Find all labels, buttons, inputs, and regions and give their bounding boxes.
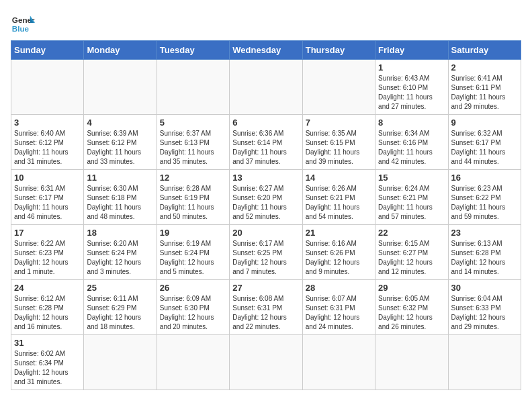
week-row-5: 31Sunrise: 6:02 AM Sunset: 6:34 PM Dayli…: [11, 335, 521, 390]
day-cell: 27Sunrise: 6:08 AM Sunset: 6:31 PM Dayli…: [230, 280, 302, 335]
day-info: Sunrise: 6:43 AM Sunset: 6:10 PM Dayligh…: [378, 74, 445, 111]
day-cell: 24Sunrise: 6:12 AM Sunset: 6:28 PM Dayli…: [11, 280, 84, 335]
day-number: 9: [451, 118, 518, 128]
day-number: 16: [451, 173, 518, 183]
day-cell: 15Sunrise: 6:24 AM Sunset: 6:21 PM Dayli…: [375, 170, 448, 225]
day-cell: 30Sunrise: 6:04 AM Sunset: 6:33 PM Dayli…: [448, 280, 521, 335]
day-cell: [448, 335, 521, 390]
day-info: Sunrise: 6:30 AM Sunset: 6:18 PM Dayligh…: [87, 184, 153, 222]
day-number: 4: [87, 118, 153, 128]
weekday-header-row: SundayMondayTuesdayWednesdayThursdayFrid…: [11, 41, 521, 60]
day-cell: 6Sunrise: 6:36 AM Sunset: 6:14 PM Daylig…: [230, 115, 302, 170]
day-cell: 9Sunrise: 6:32 AM Sunset: 6:17 PM Daylig…: [448, 115, 521, 170]
day-number: 29: [378, 283, 445, 293]
day-cell: 18Sunrise: 6:20 AM Sunset: 6:24 PM Dayli…: [84, 225, 157, 280]
day-info: Sunrise: 6:41 AM Sunset: 6:11 PM Dayligh…: [451, 74, 518, 111]
day-info: Sunrise: 6:23 AM Sunset: 6:22 PM Dayligh…: [451, 184, 518, 222]
weekday-header-friday: Friday: [375, 41, 448, 60]
day-number: 6: [232, 118, 299, 128]
day-number: 28: [306, 283, 372, 293]
day-cell: [157, 60, 229, 115]
day-number: 19: [160, 228, 226, 238]
day-info: Sunrise: 6:20 AM Sunset: 6:24 PM Dayligh…: [87, 239, 153, 277]
day-info: Sunrise: 6:09 AM Sunset: 6:30 PM Dayligh…: [160, 294, 226, 332]
weekday-header-tuesday: Tuesday: [157, 41, 229, 60]
week-row-3: 17Sunrise: 6:22 AM Sunset: 6:23 PM Dayli…: [11, 225, 521, 280]
day-cell: 13Sunrise: 6:27 AM Sunset: 6:20 PM Dayli…: [230, 170, 302, 225]
week-row-2: 10Sunrise: 6:31 AM Sunset: 6:17 PM Dayli…: [11, 170, 521, 225]
day-cell: 8Sunrise: 6:34 AM Sunset: 6:16 PM Daylig…: [375, 115, 448, 170]
day-number: 24: [14, 283, 81, 293]
day-info: Sunrise: 6:16 AM Sunset: 6:26 PM Dayligh…: [306, 239, 372, 277]
day-number: 5: [160, 118, 226, 128]
day-cell: [11, 60, 84, 115]
day-info: Sunrise: 6:15 AM Sunset: 6:27 PM Dayligh…: [378, 239, 445, 277]
day-number: 17: [14, 228, 81, 238]
day-cell: 7Sunrise: 6:35 AM Sunset: 6:15 PM Daylig…: [302, 115, 375, 170]
day-cell: 19Sunrise: 6:19 AM Sunset: 6:24 PM Dayli…: [157, 225, 229, 280]
day-info: Sunrise: 6:40 AM Sunset: 6:12 PM Dayligh…: [14, 129, 81, 167]
day-cell: 22Sunrise: 6:15 AM Sunset: 6:27 PM Dayli…: [375, 225, 448, 280]
day-info: Sunrise: 6:04 AM Sunset: 6:33 PM Dayligh…: [451, 294, 518, 332]
day-number: 7: [306, 118, 372, 128]
day-info: Sunrise: 6:22 AM Sunset: 6:23 PM Dayligh…: [14, 239, 81, 277]
day-number: 20: [232, 228, 299, 238]
day-cell: [230, 335, 302, 390]
day-number: 18: [87, 228, 153, 238]
day-cell: 26Sunrise: 6:09 AM Sunset: 6:30 PM Dayli…: [157, 280, 229, 335]
day-number: 21: [306, 228, 372, 238]
day-number: 2: [451, 62, 518, 73]
day-info: Sunrise: 6:27 AM Sunset: 6:20 PM Dayligh…: [232, 184, 299, 222]
day-cell: 2Sunrise: 6:41 AM Sunset: 6:11 PM Daylig…: [448, 60, 521, 115]
day-info: Sunrise: 6:05 AM Sunset: 6:32 PM Dayligh…: [378, 294, 445, 332]
day-info: Sunrise: 6:31 AM Sunset: 6:17 PM Dayligh…: [14, 184, 81, 222]
day-cell: 28Sunrise: 6:07 AM Sunset: 6:31 PM Dayli…: [302, 280, 375, 335]
week-row-1: 3Sunrise: 6:40 AM Sunset: 6:12 PM Daylig…: [11, 115, 521, 170]
day-info: Sunrise: 6:24 AM Sunset: 6:21 PM Dayligh…: [378, 184, 445, 222]
week-row-4: 24Sunrise: 6:12 AM Sunset: 6:28 PM Dayli…: [11, 280, 521, 335]
weekday-header-monday: Monday: [84, 41, 157, 60]
day-cell: 11Sunrise: 6:30 AM Sunset: 6:18 PM Dayli…: [84, 170, 157, 225]
day-number: 26: [160, 283, 226, 293]
svg-text:Blue: Blue: [12, 24, 30, 33]
weekday-header-thursday: Thursday: [302, 41, 375, 60]
day-info: Sunrise: 6:35 AM Sunset: 6:15 PM Dayligh…: [306, 129, 372, 167]
weekday-header-wednesday: Wednesday: [230, 41, 302, 60]
day-cell: 5Sunrise: 6:37 AM Sunset: 6:13 PM Daylig…: [157, 115, 229, 170]
day-cell: [157, 335, 229, 390]
day-number: 31: [14, 338, 81, 348]
day-info: Sunrise: 6:07 AM Sunset: 6:31 PM Dayligh…: [306, 294, 372, 332]
day-info: Sunrise: 6:08 AM Sunset: 6:31 PM Dayligh…: [232, 294, 299, 332]
day-number: 13: [232, 173, 299, 183]
day-number: 14: [306, 173, 372, 183]
day-number: 27: [232, 283, 299, 293]
day-info: Sunrise: 6:39 AM Sunset: 6:12 PM Dayligh…: [87, 129, 153, 167]
day-info: Sunrise: 6:02 AM Sunset: 6:34 PM Dayligh…: [14, 349, 81, 387]
day-info: Sunrise: 6:28 AM Sunset: 6:19 PM Dayligh…: [160, 184, 226, 222]
day-number: 10: [14, 173, 81, 183]
day-number: 1: [378, 62, 445, 73]
logo-icon: General Blue: [11, 11, 35, 35]
day-info: Sunrise: 6:19 AM Sunset: 6:24 PM Dayligh…: [160, 239, 226, 277]
day-cell: [84, 60, 157, 115]
day-cell: [302, 335, 375, 390]
day-cell: 16Sunrise: 6:23 AM Sunset: 6:22 PM Dayli…: [448, 170, 521, 225]
day-info: Sunrise: 6:12 AM Sunset: 6:28 PM Dayligh…: [14, 294, 81, 332]
day-cell: [84, 335, 157, 390]
day-number: 25: [87, 283, 153, 293]
day-number: 23: [451, 228, 518, 238]
calendar-table: SundayMondayTuesdayWednesdayThursdayFrid…: [11, 40, 521, 390]
weekday-header-saturday: Saturday: [448, 41, 521, 60]
day-cell: 10Sunrise: 6:31 AM Sunset: 6:17 PM Dayli…: [11, 170, 84, 225]
day-info: Sunrise: 6:34 AM Sunset: 6:16 PM Dayligh…: [378, 129, 445, 167]
day-number: 30: [451, 283, 518, 293]
day-info: Sunrise: 6:17 AM Sunset: 6:25 PM Dayligh…: [232, 239, 299, 277]
day-info: Sunrise: 6:36 AM Sunset: 6:14 PM Dayligh…: [232, 129, 299, 167]
day-info: Sunrise: 6:37 AM Sunset: 6:13 PM Dayligh…: [160, 129, 226, 167]
day-cell: 23Sunrise: 6:13 AM Sunset: 6:28 PM Dayli…: [448, 225, 521, 280]
day-cell: [375, 335, 448, 390]
day-cell: [230, 60, 302, 115]
day-cell: 17Sunrise: 6:22 AM Sunset: 6:23 PM Dayli…: [11, 225, 84, 280]
weekday-header-sunday: Sunday: [11, 41, 84, 60]
day-info: Sunrise: 6:26 AM Sunset: 6:21 PM Dayligh…: [306, 184, 372, 222]
